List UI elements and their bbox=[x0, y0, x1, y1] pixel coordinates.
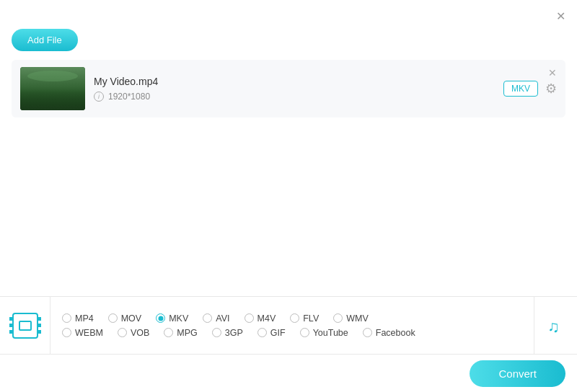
format-option-mov[interactable]: MOV bbox=[108, 313, 141, 324]
radio-mp4[interactable] bbox=[62, 313, 71, 323]
film-icon bbox=[12, 313, 38, 339]
thumbnail-image bbox=[20, 67, 85, 110]
radio-mov[interactable] bbox=[108, 313, 118, 323]
file-meta: i 1920*1080 bbox=[94, 92, 495, 102]
info-icon: i bbox=[94, 92, 104, 102]
file-close-button[interactable]: ✕ bbox=[548, 67, 557, 79]
format-label-webm: WEBM bbox=[75, 328, 103, 338]
file-actions: MKV ⚙ bbox=[503, 81, 557, 97]
content-area bbox=[0, 117, 577, 296]
radio-facebook[interactable] bbox=[363, 328, 372, 337]
title-bar: ✕ bbox=[0, 0, 577, 29]
format-option-avi[interactable]: AVI bbox=[203, 313, 229, 324]
file-item: My Video.mp4 i 1920*1080 MKV ⚙ ✕ bbox=[20, 67, 557, 110]
radio-3gp[interactable] bbox=[212, 328, 221, 337]
file-list: My Video.mp4 i 1920*1080 MKV ⚙ ✕ bbox=[12, 60, 565, 117]
add-file-button[interactable]: Add File bbox=[12, 29, 78, 51]
convert-button[interactable]: Convert bbox=[470, 360, 565, 387]
format-label-mpg: MPG bbox=[177, 328, 197, 338]
format-badge[interactable]: MKV bbox=[503, 81, 538, 97]
toolbar: Add File bbox=[0, 29, 577, 60]
format-label-gif: GIF bbox=[270, 328, 286, 338]
format-label-mkv: MKV bbox=[169, 313, 188, 324]
format-option-mpg[interactable]: MPG bbox=[164, 328, 197, 338]
format-label-wmv: WMV bbox=[346, 313, 369, 324]
format-option-flv[interactable]: FLV bbox=[290, 313, 319, 324]
format-option-3gp[interactable]: 3GP bbox=[212, 328, 243, 338]
format-label-avi: AVI bbox=[216, 313, 229, 324]
format-label-flv: FLV bbox=[303, 313, 319, 324]
bottom-panel: MP4 MOV MKV AVI M4V bbox=[0, 296, 577, 392]
format-icon-area[interactable] bbox=[0, 297, 50, 354]
radio-gif[interactable] bbox=[257, 328, 267, 337]
radio-mpg[interactable] bbox=[164, 328, 173, 337]
radio-mkv[interactable] bbox=[156, 313, 165, 323]
radio-avi[interactable] bbox=[203, 313, 212, 323]
radio-youtube[interactable] bbox=[300, 328, 309, 337]
format-option-mp4[interactable]: MP4 bbox=[62, 313, 94, 324]
format-row-1: MP4 MOV MKV AVI M4V bbox=[62, 313, 522, 324]
radio-flv[interactable] bbox=[290, 313, 299, 323]
format-option-youtube[interactable]: YouTube bbox=[300, 328, 348, 338]
music-icon-area[interactable]: ♫ bbox=[534, 297, 577, 354]
format-option-m4v[interactable]: M4V bbox=[245, 313, 276, 324]
format-option-mkv[interactable]: MKV bbox=[156, 313, 188, 324]
format-label-facebook: Facebook bbox=[376, 328, 415, 338]
format-options: MP4 MOV MKV AVI M4V bbox=[50, 297, 534, 354]
format-option-webm[interactable]: WEBM bbox=[62, 328, 103, 338]
music-icon: ♫ bbox=[545, 315, 567, 337]
format-label-m4v: M4V bbox=[257, 313, 276, 324]
format-label-mov: MOV bbox=[121, 313, 141, 324]
format-option-facebook[interactable]: Facebook bbox=[363, 328, 415, 338]
radio-m4v[interactable] bbox=[245, 313, 254, 323]
film-icon-inner bbox=[19, 321, 32, 331]
radio-vob[interactable] bbox=[118, 328, 127, 337]
format-selector: MP4 MOV MKV AVI M4V bbox=[0, 297, 577, 355]
video-thumbnail bbox=[20, 67, 85, 110]
file-resolution: 1920*1080 bbox=[108, 92, 150, 102]
convert-row: Convert bbox=[0, 355, 577, 392]
format-option-gif[interactable]: GIF bbox=[257, 328, 286, 338]
format-label-3gp: 3GP bbox=[225, 328, 243, 338]
radio-wmv[interactable] bbox=[333, 313, 343, 323]
file-name: My Video.mp4 bbox=[94, 76, 495, 87]
format-option-wmv[interactable]: WMV bbox=[333, 313, 369, 324]
svg-text:♫: ♫ bbox=[547, 318, 560, 336]
format-label-vob: VOB bbox=[131, 328, 149, 338]
format-label-youtube: YouTube bbox=[313, 328, 348, 338]
file-info: My Video.mp4 i 1920*1080 bbox=[85, 76, 503, 102]
radio-webm[interactable] bbox=[62, 328, 71, 337]
settings-icon[interactable]: ⚙ bbox=[545, 81, 557, 97]
format-label-mp4: MP4 bbox=[75, 313, 94, 324]
format-row-2: WEBM VOB MPG 3GP GIF bbox=[62, 328, 522, 338]
format-option-vob[interactable]: VOB bbox=[118, 328, 149, 338]
close-button[interactable]: ✕ bbox=[554, 9, 567, 22]
